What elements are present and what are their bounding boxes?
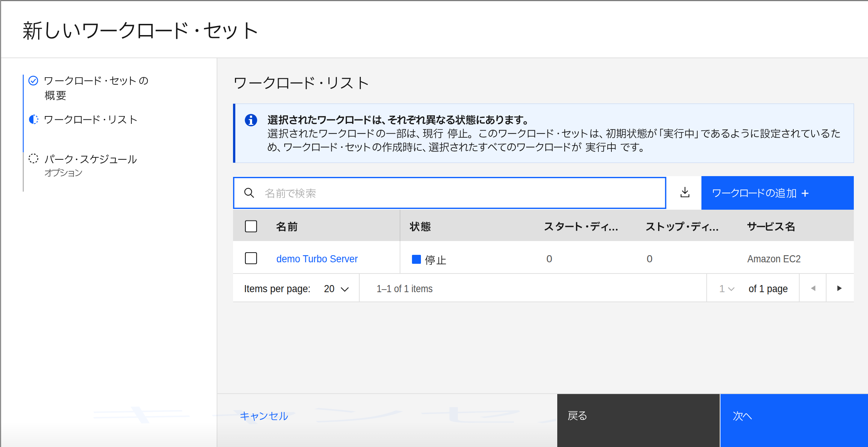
svg-text:Amazon EC2: Amazon EC2 — [747, 253, 801, 265]
svg-text:Items per page:: Items per page: — [244, 283, 311, 294]
svg-text:1: 1 — [719, 283, 725, 294]
svg-text:0: 0 — [546, 253, 552, 265]
svg-text:of 1 page: of 1 page — [749, 283, 788, 294]
svg-text:1–1 of 1 items: 1–1 of 1 items — [377, 283, 433, 294]
svg-text:0: 0 — [647, 253, 653, 265]
svg-text:demo Turbo Server: demo Turbo Server — [276, 253, 358, 265]
svg-text:20: 20 — [324, 283, 335, 294]
